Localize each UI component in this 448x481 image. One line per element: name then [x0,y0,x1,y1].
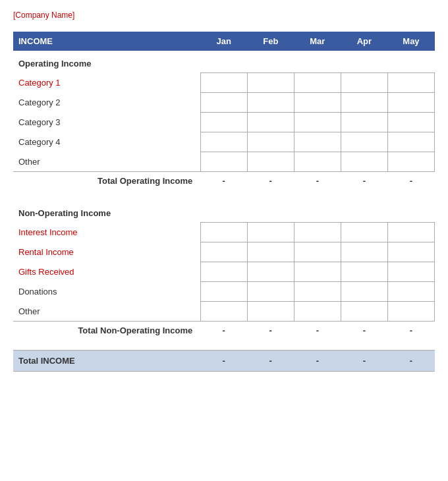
company-name: [Company Name] [13,11,435,20]
total-non-operating-jan: - [200,322,247,340]
other-operating-may[interactable] [387,152,434,172]
gifts-received-may[interactable] [387,262,434,282]
total-operating-label: Total Operating Income [13,172,200,190]
gifts-received-row: Gifts Received [13,262,435,282]
category-1-jan[interactable] [200,73,247,93]
total-non-operating-mar: - [294,322,341,340]
non-operating-income-label: Non-Operating Income [13,200,435,223]
non-operating-income-section: Non-Operating Income [13,200,435,223]
donations-mar[interactable] [294,282,341,302]
other-non-operating-apr[interactable] [341,302,387,322]
category-4-label: Category 4 [13,132,200,152]
rental-income-label: Rental Income [13,242,200,262]
jan-header: Jan [200,32,247,51]
spacer-1 [13,190,435,200]
gifts-received-mar[interactable] [294,262,341,282]
other-non-operating-label: Other [13,302,200,322]
other-operating-jan[interactable] [200,152,247,172]
grand-total-apr: - [341,350,387,371]
rental-income-jan[interactable] [200,242,247,262]
table-header: INCOME Jan Feb Mar Apr May [13,32,435,51]
category-1-label: Category 1 [13,73,200,93]
other-operating-row: Other [13,152,435,172]
total-non-operating-may: - [387,322,434,340]
interest-income-mar[interactable] [294,223,341,242]
interest-income-may[interactable] [387,223,434,242]
total-operating-row: Total Operating Income - - - - - [13,172,435,190]
total-non-operating-feb: - [247,322,294,340]
total-operating-jan: - [200,172,247,190]
other-operating-apr[interactable] [341,152,387,172]
category-4-mar[interactable] [294,132,341,152]
total-non-operating-label: Total Non-Operating Income [13,322,200,340]
interest-income-jan[interactable] [200,223,247,242]
rental-income-may[interactable] [387,242,434,262]
rental-income-row: Rental Income [13,242,435,262]
category-4-row: Category 4 [13,132,435,152]
other-operating-label: Other [13,152,200,172]
donations-row: Donations [13,282,435,302]
grand-total-label: Total INCOME [13,350,200,371]
category-3-feb[interactable] [247,113,294,132]
donations-jan[interactable] [200,282,247,302]
category-3-label: Category 3 [13,113,200,132]
income-table: INCOME Jan Feb Mar Apr May Operating Inc… [13,32,435,372]
rental-income-mar[interactable] [294,242,341,262]
category-2-feb[interactable] [247,93,294,113]
total-operating-feb: - [247,172,294,190]
category-1-apr[interactable] [341,73,387,93]
category-4-jan[interactable] [200,132,247,152]
category-1-may[interactable] [387,73,434,93]
category-2-apr[interactable] [341,93,387,113]
category-2-mar[interactable] [294,93,341,113]
gifts-received-apr[interactable] [341,262,387,282]
interest-income-apr[interactable] [341,223,387,242]
other-non-operating-feb[interactable] [247,302,294,322]
other-non-operating-may[interactable] [387,302,434,322]
operating-income-label: Operating Income [13,51,435,73]
category-1-row: Category 1 [13,73,435,93]
grand-total-jan: - [200,350,247,371]
rental-income-apr[interactable] [341,242,387,262]
other-operating-feb[interactable] [247,152,294,172]
may-header: May [387,32,434,51]
category-4-apr[interactable] [341,132,387,152]
category-3-may[interactable] [387,113,434,132]
donations-feb[interactable] [247,282,294,302]
interest-income-label: Interest Income [13,223,200,242]
other-non-operating-jan[interactable] [200,302,247,322]
interest-income-feb[interactable] [247,223,294,242]
other-non-operating-mar[interactable] [294,302,341,322]
category-1-mar[interactable] [294,73,341,93]
total-non-operating-apr: - [341,322,387,340]
grand-total-may: - [387,350,434,371]
rental-income-feb[interactable] [247,242,294,262]
donations-apr[interactable] [341,282,387,302]
spacer-2 [13,339,435,350]
category-3-apr[interactable] [341,113,387,132]
income-header: INCOME [13,32,200,51]
category-2-row: Category 2 [13,93,435,113]
grand-total-feb: - [247,350,294,371]
category-2-label: Category 2 [13,93,200,113]
category-1-feb[interactable] [247,73,294,93]
category-3-row: Category 3 [13,113,435,132]
operating-income-section: Operating Income [13,51,435,73]
category-2-jan[interactable] [200,93,247,113]
other-operating-mar[interactable] [294,152,341,172]
grand-total-row: Total INCOME - - - - - [13,350,435,371]
category-3-mar[interactable] [294,113,341,132]
gifts-received-feb[interactable] [247,262,294,282]
apr-header: Apr [341,32,387,51]
category-2-may[interactable] [387,93,434,113]
total-operating-apr: - [341,172,387,190]
other-non-operating-row: Other [13,302,435,322]
category-4-feb[interactable] [247,132,294,152]
category-3-jan[interactable] [200,113,247,132]
gifts-received-jan[interactable] [200,262,247,282]
donations-may[interactable] [387,282,434,302]
feb-header: Feb [247,32,294,51]
mar-header: Mar [294,32,341,51]
category-4-may[interactable] [387,132,434,152]
grand-total-mar: - [294,350,341,371]
